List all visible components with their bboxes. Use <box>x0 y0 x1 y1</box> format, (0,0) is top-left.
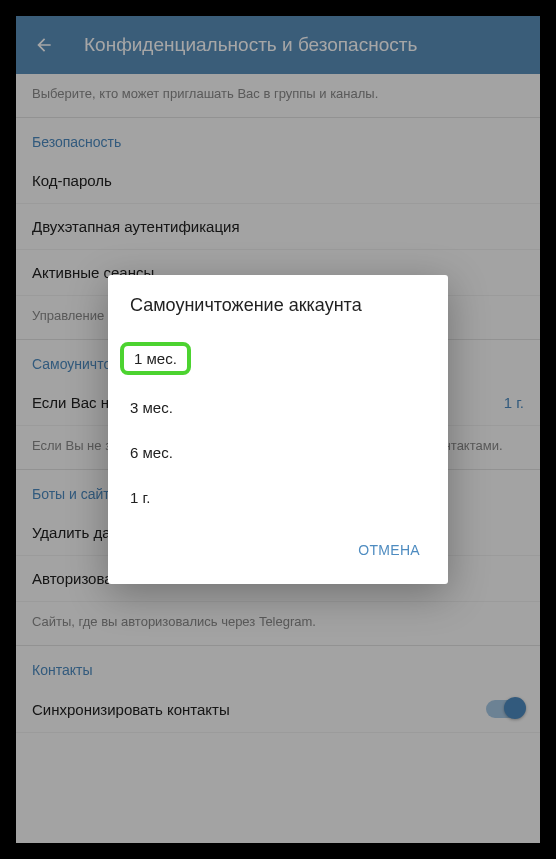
option-6-months[interactable]: 6 мес. <box>130 430 426 475</box>
option-1-month[interactable]: 1 мес. <box>130 332 426 385</box>
cancel-button[interactable]: ОТМЕНА <box>346 532 432 568</box>
option-1-year[interactable]: 1 г. <box>130 475 426 520</box>
option-3-months[interactable]: 3 мес. <box>130 385 426 430</box>
dialog-scrim[interactable]: Самоуничтожение аккаунта 1 мес. 3 мес. 6… <box>16 16 540 843</box>
dialog-title: Самоуничтожение аккаунта <box>108 275 448 324</box>
selfdestruct-dialog: Самоуничтожение аккаунта 1 мес. 3 мес. 6… <box>108 275 448 584</box>
